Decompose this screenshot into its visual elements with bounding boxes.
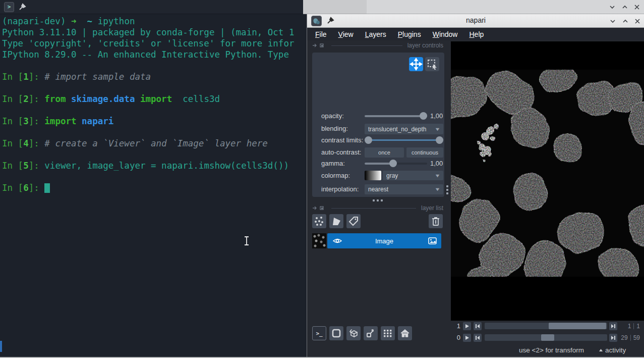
layer-thumbnail[interactable] (312, 233, 326, 248)
blending-value: translucent_no_depth (368, 126, 426, 133)
shell-prompt-line: (napari-dev) ➜ ~ ipython (2, 16, 135, 27)
contrast-limits-label: contrast limits: (321, 136, 363, 144)
float-panel-icon[interactable] (312, 206, 317, 211)
mouse-ibeam-cursor (244, 236, 250, 246)
close-icon[interactable] (633, 4, 640, 11)
menu-plugins[interactable]: Plugins (394, 29, 425, 40)
image-layer-type-icon (428, 237, 437, 244)
layer-controls-title: layer controls (407, 42, 443, 49)
chevron-down-icon: ▼ (434, 187, 440, 192)
contrast-slider-range (369, 139, 440, 141)
viewer-canvas[interactable] (451, 41, 644, 321)
dim-axis-label: 0 (453, 334, 460, 341)
dim-slider-handle[interactable] (549, 323, 606, 329)
new-labels-layer-button[interactable] (346, 214, 361, 228)
chevron-down-icon: ▼ (434, 127, 440, 132)
menu-help[interactable]: Help (465, 29, 488, 40)
auto-contrast-label: auto-contrast: (321, 148, 362, 156)
terminal-titlebar[interactable]: > (0, 0, 303, 14)
step-first-button[interactable] (474, 334, 482, 342)
opacity-value: 1,00 (430, 112, 443, 120)
chevron-down-icon: ▼ (434, 173, 440, 178)
minimize-icon[interactable] (609, 18, 616, 25)
text-cursor (44, 183, 50, 193)
napari-titlebar[interactable]: napari (307, 14, 644, 28)
close-panel-icon[interactable] (320, 43, 324, 48)
napari-window: napari File View Layers Plugins Window H… (307, 14, 644, 358)
float-panel-icon[interactable] (312, 43, 317, 48)
layer-list-title: layer list (421, 204, 443, 212)
banner-line: Type 'copyright', 'credits' or 'license'… (2, 38, 294, 49)
menu-file[interactable]: File (311, 29, 331, 40)
step-first-button[interactable] (474, 322, 482, 330)
layer-item-image[interactable]: Image (327, 233, 441, 248)
play-button[interactable] (463, 322, 471, 330)
transform-mode-button[interactable] (425, 57, 439, 71)
dim-slider-handle[interactable] (541, 334, 554, 341)
blending-dropdown[interactable]: translucent_no_depth ▼ (365, 124, 443, 134)
opacity-slider[interactable] (365, 115, 427, 117)
auto-contrast-continuous-button[interactable]: continuous (406, 147, 443, 158)
panel-resize-handle[interactable] (373, 199, 383, 201)
contrast-low-handle[interactable] (365, 136, 372, 144)
gamma-slider-handle[interactable] (389, 160, 397, 167)
layer-controls-panel: opacity: 1,00 blending: translucent_no_d… (312, 53, 444, 197)
terminal-scroll-indicator[interactable] (0, 341, 2, 352)
dim-slider-track[interactable] (485, 334, 607, 341)
titlebar-tab-shade (303, 0, 367, 14)
pan-zoom-mode-button[interactable] (409, 57, 423, 71)
shapes-icon (331, 216, 342, 227)
ipython-cell-5: In [5]: viewer, image_layer = napari.ims… (2, 160, 289, 171)
ipython-cell-4: In [4]: # create a `Viewer` and `Image` … (2, 138, 268, 149)
gamma-label: gamma: (321, 160, 345, 167)
maximize-icon[interactable] (621, 4, 628, 11)
tag-icon (348, 216, 359, 227)
menu-bar: File View Layers Plugins Window Help (307, 28, 644, 40)
cells3d-nuclei-image (451, 41, 644, 321)
dim-slider-track[interactable] (485, 323, 607, 329)
dim-slider-row-1: 1 1 1 (307, 322, 644, 330)
colormap-label: colormap: (321, 172, 350, 179)
layer-controls-header: layer controls (312, 41, 443, 49)
dim-total-value: 59 (633, 334, 640, 341)
status-hint-text: use <2> for transform (519, 346, 584, 354)
menu-view[interactable]: View (334, 29, 358, 40)
new-shapes-layer-button[interactable] (329, 214, 343, 228)
contrast-high-handle[interactable] (436, 136, 443, 144)
dim-current-value: 1 (628, 323, 631, 330)
interpolation-dropdown[interactable]: nearest ▼ (365, 184, 443, 194)
interpolation-label: interpolation: (321, 185, 359, 193)
menu-window[interactable]: Window (429, 29, 462, 40)
new-points-layer-button[interactable] (312, 214, 326, 228)
terminal-icon: > (4, 2, 14, 12)
colormap-dropdown[interactable]: gray ▼ (383, 171, 443, 180)
status-bar: use <2> for transform activity (307, 344, 644, 357)
minimize-icon[interactable] (609, 4, 616, 11)
divider (633, 323, 634, 329)
colormap-gradient-swatch (365, 171, 381, 180)
close-icon[interactable] (634, 18, 641, 25)
close-panel-icon[interactable] (320, 206, 324, 211)
ipython-cell-6[interactable]: In [6]: (2, 182, 50, 193)
play-button[interactable] (463, 334, 471, 342)
desktop: > (napari-dev) ➜ ~ ipython Python 3.11.1… (0, 0, 644, 358)
delete-layer-button[interactable] (429, 214, 443, 228)
dim-slider-row-0: 0 29 59 (307, 334, 644, 342)
maximize-icon[interactable] (622, 18, 629, 25)
opacity-label: opacity: (321, 112, 344, 120)
dim-current-value: 29 (621, 334, 627, 341)
points-icon (314, 216, 325, 227)
activity-button[interactable]: activity (599, 346, 626, 354)
layer-list-header: layer list (312, 204, 443, 212)
auto-contrast-once-button[interactable]: once (365, 147, 404, 158)
activity-label: activity (605, 346, 626, 354)
terminal-window[interactable]: (napari-dev) ➜ ~ ipython Python 3.11.10 … (0, 14, 307, 357)
pin-icon[interactable] (18, 3, 26, 11)
blending-label: blending: (321, 125, 348, 132)
layer-name: Image (327, 237, 441, 245)
ipython-cell-1: In [1]: # import sample data (2, 71, 151, 82)
dock-resize-handle[interactable] (446, 185, 448, 194)
ipython-cell-3: In [3]: import napari (2, 116, 113, 127)
opacity-slider-handle[interactable] (420, 112, 427, 120)
menu-layers[interactable]: Layers (361, 29, 390, 40)
